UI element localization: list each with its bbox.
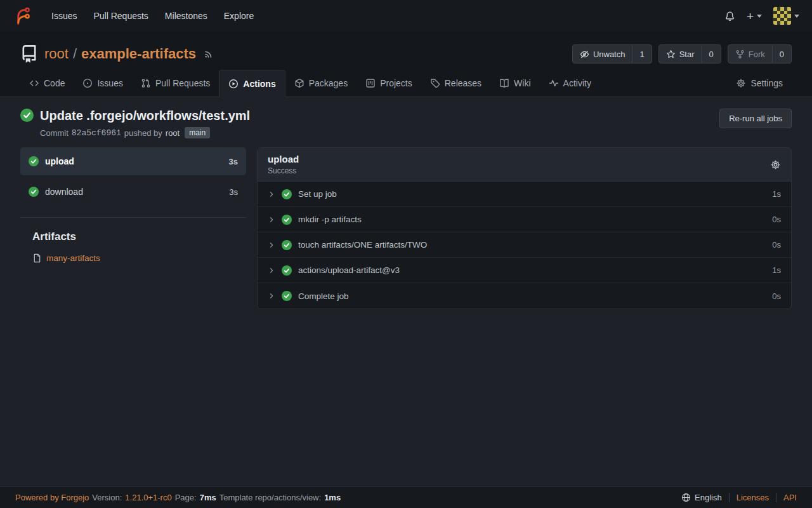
- forgejo-logo-icon: [13, 6, 32, 25]
- star-icon: [666, 50, 676, 59]
- pull-request-icon: [141, 78, 151, 88]
- tab-label: Releases: [445, 78, 481, 88]
- repo-separator: /: [73, 46, 77, 62]
- run-title: Update .forgejo/workflows/test.yml: [40, 109, 250, 123]
- step-row-touch[interactable]: touch artifacts/ONE artifacts/TWO 0s: [258, 232, 791, 258]
- job-detail-title: upload: [268, 154, 299, 164]
- tab-label: Settings: [750, 78, 783, 88]
- branch-badge[interactable]: main: [185, 127, 210, 138]
- nav-item-milestones[interactable]: Milestones: [157, 0, 216, 32]
- repo-name-link[interactable]: example-artifacts: [81, 46, 196, 62]
- template-time-value: 1ms: [324, 493, 341, 502]
- licenses-link[interactable]: Licenses: [729, 493, 776, 502]
- star-label: Star: [679, 50, 695, 59]
- avatar: [773, 7, 791, 25]
- powered-by-link[interactable]: Powered by Forgejo: [15, 493, 89, 502]
- issue-icon: [82, 78, 93, 88]
- step-duration: 0s: [772, 291, 781, 301]
- api-link[interactable]: API: [776, 493, 797, 502]
- forks-count[interactable]: 0: [772, 45, 791, 63]
- step-success-icon: [282, 291, 292, 301]
- language-label: English: [695, 493, 722, 502]
- unwatch-button[interactable]: Unwatch: [573, 45, 632, 63]
- gear-icon: [736, 78, 746, 88]
- tab-issues[interactable]: Issues: [74, 70, 131, 97]
- rss-icon[interactable]: [204, 49, 214, 59]
- repo-owner-link[interactable]: root: [44, 46, 69, 62]
- project-board-icon: [365, 78, 376, 88]
- version-link[interactable]: 1.21.0+1-rc0: [125, 493, 171, 502]
- create-new-menu[interactable]: +: [747, 10, 762, 22]
- job-duration: 3s: [229, 157, 238, 166]
- job-row-download[interactable]: download 3s: [20, 178, 246, 206]
- step-row-complete-job[interactable]: Complete job 0s: [258, 283, 791, 309]
- step-duration: 1s: [772, 189, 781, 199]
- nav-item-explore[interactable]: Explore: [216, 0, 262, 32]
- artifacts-section: Artifacts many-artifacts: [20, 231, 246, 263]
- sidebar-divider: [20, 217, 246, 218]
- file-icon: [32, 253, 42, 263]
- chevron-right-icon: [268, 267, 275, 274]
- unwatch-label: Unwatch: [593, 50, 625, 59]
- run-success-icon: [20, 109, 34, 122]
- globe-icon: [681, 493, 691, 502]
- tab-projects[interactable]: Projects: [357, 70, 421, 97]
- template-time-label: Template repo/actions/view:: [219, 493, 321, 502]
- notifications-button[interactable]: [724, 11, 735, 22]
- chevron-down-icon: [757, 15, 762, 18]
- step-label: mkdir -p artifacts: [298, 215, 362, 224]
- book-icon: [499, 78, 509, 88]
- fork-icon: [735, 50, 745, 59]
- tab-code[interactable]: Code: [20, 70, 74, 97]
- fork-label: Fork: [749, 50, 765, 59]
- fork-button[interactable]: Fork: [728, 45, 772, 63]
- tab-packages[interactable]: Packages: [285, 70, 357, 97]
- chevron-right-icon: [268, 216, 275, 224]
- forgejo-logo[interactable]: [13, 6, 32, 25]
- play-circle-icon: [228, 79, 239, 89]
- tab-wiki[interactable]: Wiki: [490, 70, 539, 97]
- tab-label: Wiki: [514, 78, 530, 88]
- step-label: actions/upload-artifact@v3: [298, 265, 400, 275]
- star-button[interactable]: Star: [659, 45, 702, 63]
- step-success-icon: [282, 265, 292, 276]
- step-label: Set up job: [298, 189, 337, 199]
- language-selector[interactable]: English: [674, 493, 729, 502]
- step-row-upload-artifact[interactable]: actions/upload-artifact@v3 1s: [258, 258, 791, 283]
- step-label: touch artifacts/ONE artifacts/TWO: [298, 240, 427, 250]
- tab-actions[interactable]: Actions: [219, 70, 285, 97]
- step-row-mkdir[interactable]: mkdir -p artifacts 0s: [258, 207, 791, 232]
- tab-releases[interactable]: Releases: [421, 70, 490, 97]
- step-duration: 0s: [772, 215, 781, 224]
- tab-label: Code: [44, 78, 65, 88]
- tab-label: Actions: [243, 79, 275, 89]
- stars-count[interactable]: 0: [702, 45, 721, 63]
- nav-item-pull-requests[interactable]: Pull Requests: [85, 0, 156, 32]
- page-time-label: Page:: [175, 493, 197, 502]
- tab-activity[interactable]: Activity: [540, 70, 600, 97]
- footer-links: English Licenses API: [674, 493, 797, 502]
- job-steps-list: Set up job 1s mkdir -p artifacts 0s touc…: [258, 182, 791, 309]
- job-options-gear-icon[interactable]: [770, 159, 781, 170]
- user-menu[interactable]: [773, 7, 799, 25]
- step-success-icon: [282, 215, 292, 225]
- job-detail-header: upload Success: [258, 148, 791, 182]
- tab-settings[interactable]: Settings: [727, 70, 792, 97]
- run-commit-line: Commit 82a5cf6961 pushed by root main: [40, 127, 250, 138]
- job-detail-status: Success: [268, 166, 299, 175]
- job-row-upload[interactable]: upload 3s: [20, 147, 246, 175]
- nav-item-issues[interactable]: Issues: [43, 0, 85, 32]
- rerun-all-jobs-button[interactable]: Re-run all jobs: [719, 109, 792, 128]
- tab-pull-requests[interactable]: Pull Requests: [132, 70, 219, 97]
- tab-label: Issues: [97, 78, 122, 88]
- artifact-link-many-artifacts[interactable]: many-artifacts: [32, 253, 246, 263]
- step-row-setup-job[interactable]: Set up job 1s: [258, 182, 791, 207]
- page-time-value: 7ms: [200, 493, 216, 502]
- repo-header: root / example-artifacts U: [0, 32, 812, 97]
- watchers-count[interactable]: 1: [632, 45, 651, 63]
- commit-sha-link[interactable]: 82a5cf6961: [72, 128, 121, 138]
- bell-icon: [724, 11, 735, 22]
- top-navbar: Issues Pull Requests Milestones Explore …: [0, 0, 812, 32]
- nav-item-label: Explore: [224, 11, 254, 21]
- pusher-link[interactable]: root: [166, 128, 180, 138]
